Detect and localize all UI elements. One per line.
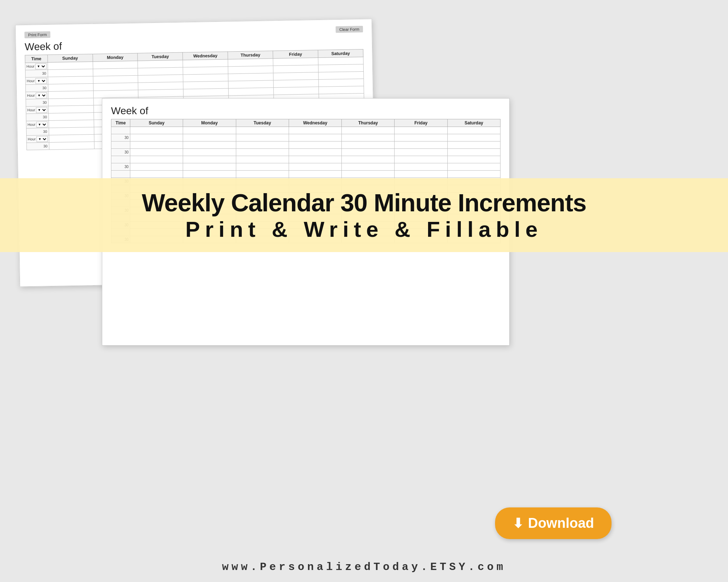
front-col-thursday: Thursday [342, 119, 395, 127]
back-col-time: Time [25, 55, 48, 63]
table-row: 30 [111, 149, 500, 156]
download-icon: ⬇ [513, 516, 523, 531]
front-col-friday: Friday [395, 119, 447, 127]
front-week-of-title: Week of [111, 105, 500, 117]
table-row [111, 171, 500, 178]
front-col-saturday: Saturday [447, 119, 500, 127]
table-row [111, 156, 500, 163]
front-col-wednesday: Wednesday [289, 119, 341, 127]
back-col-saturday: Saturday [318, 49, 363, 57]
table-row: 30 [111, 163, 500, 171]
clear-form-button[interactable]: Clear Form [336, 26, 363, 33]
banner-title: Weekly Calendar 30 Minute Increments [142, 188, 586, 217]
download-button[interactable]: ⬇ Download [495, 507, 612, 539]
back-col-sunday: Sunday [47, 54, 92, 62]
table-row [111, 141, 500, 149]
front-col-monday: Monday [183, 119, 236, 127]
back-col-thursday: Thursday [228, 51, 273, 59]
back-col-friday: Friday [273, 50, 318, 59]
front-col-sunday: Sunday [130, 119, 183, 127]
front-col-time: Time [111, 119, 130, 127]
front-col-tuesday: Tuesday [236, 119, 289, 127]
footer-url: www.PersonalizedToday.ETSY.com [0, 561, 728, 573]
back-col-wednesday: Wednesday [183, 52, 228, 60]
banner-subtitle: Print & Write & Fillable [185, 217, 543, 242]
download-label: Download [528, 515, 594, 531]
table-row: 30 [111, 134, 500, 141]
print-form-button[interactable]: Print Form [24, 31, 51, 38]
back-col-monday: Monday [92, 53, 138, 61]
promo-banner: Weekly Calendar 30 Minute Increments Pri… [0, 178, 728, 252]
back-col-tuesday: Tuesday [138, 52, 183, 61]
table-row [111, 127, 500, 134]
